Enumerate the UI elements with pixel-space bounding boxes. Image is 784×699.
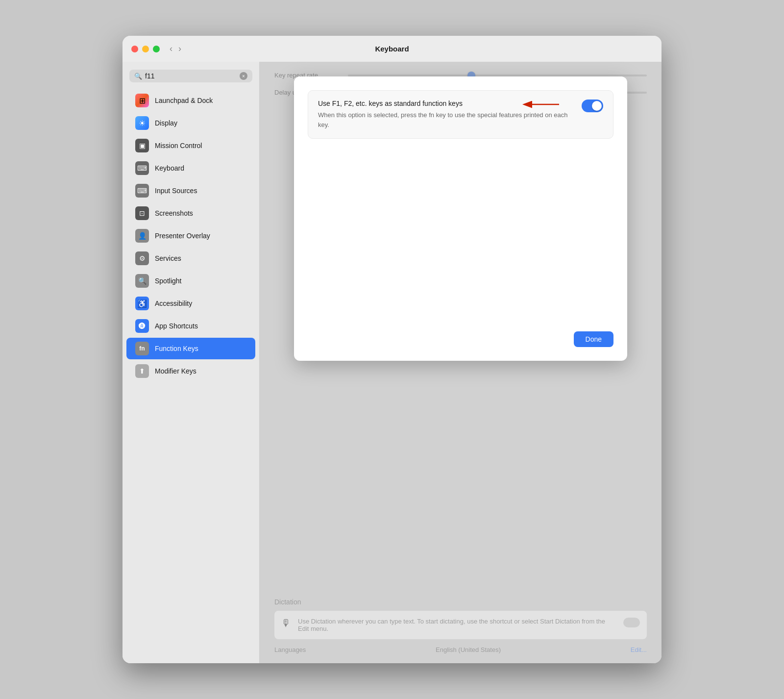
sidebar-label-services: Services: [155, 254, 181, 262]
sidebar-item-keyboard[interactable]: ⌨ Keyboard: [126, 157, 255, 179]
nav-arrows: ‹ ›: [168, 43, 183, 55]
sidebar-item-spotlight[interactable]: 🔍 Spotlight: [126, 270, 255, 292]
dictation-toggle[interactable]: [623, 618, 640, 627]
input-sources-icon: ⌨: [135, 184, 149, 198]
minimize-button[interactable]: [142, 46, 149, 52]
sidebar-item-display[interactable]: ☀ Display: [126, 112, 255, 134]
languages-row: Languages English (United States) Edit..…: [274, 646, 647, 653]
function-keys-icon: fn: [135, 342, 149, 355]
sidebar-label-accessibility: Accessibility: [155, 300, 192, 307]
microphone-icon: 🎙: [281, 618, 291, 629]
keyboard-icon: ⌨: [135, 161, 149, 175]
sidebar-label-presenter: Presenter Overlay: [155, 232, 210, 240]
title-bar: ‹ › Keyboard: [122, 36, 662, 62]
modifier-keys-icon: ⬆: [135, 364, 149, 378]
sidebar-item-mission-control[interactable]: ▣ Mission Control: [126, 135, 255, 156]
function-key-title: Use F1, F2, etc. keys as standard functi…: [318, 100, 572, 107]
toggle-container: [582, 100, 603, 112]
modal-spacer: [308, 139, 613, 322]
sidebar-item-screenshots[interactable]: ⊡ Screenshots: [126, 202, 255, 224]
modal-footer: Done: [308, 322, 613, 347]
search-bar: 🔍 f11 ×: [129, 70, 252, 82]
function-keys-toggle[interactable]: [582, 100, 603, 112]
sidebar-item-input-sources[interactable]: ⌨ Input Sources: [126, 180, 255, 201]
function-key-setting-row: Use F1, F2, etc. keys as standard functi…: [308, 90, 613, 139]
dictation-desc: Use Dictation wherever you can type text…: [298, 618, 616, 632]
sidebar-label-appshortcuts: App Shortcuts: [155, 322, 198, 330]
forward-button[interactable]: ›: [176, 43, 183, 55]
sidebar: 🔍 f11 × ⊞ Launchpad & Dock ☀ Display ▣: [122, 62, 260, 663]
sidebar-label-input: Input Sources: [155, 187, 197, 195]
window-title: Keyboard: [375, 45, 409, 53]
sidebar-item-accessibility[interactable]: ♿ Accessibility: [126, 293, 255, 314]
mission-control-icon: ▣: [135, 139, 149, 152]
close-button[interactable]: [131, 46, 138, 52]
sidebar-item-app-shortcuts[interactable]: 🅐 App Shortcuts: [126, 315, 255, 337]
done-button[interactable]: Done: [574, 331, 613, 347]
toggle-knob: [592, 101, 602, 111]
display-icon: ☀: [135, 116, 149, 130]
sidebar-item-presenter[interactable]: 👤 Presenter Overlay: [126, 225, 255, 247]
services-icon: ⚙: [135, 251, 149, 265]
search-clear-button[interactable]: ×: [240, 72, 247, 80]
languages-value: English (United States): [436, 646, 501, 653]
sidebar-label-keyboard: Keyboard: [155, 164, 184, 172]
sidebar-item-function-keys[interactable]: fn Function Keys: [126, 338, 255, 359]
sidebar-item-modifier-keys[interactable]: ⬆ Modifier Keys: [126, 360, 255, 382]
sidebar-label-modifierkeys: Modifier Keys: [155, 367, 196, 375]
sidebar-label-screenshots: Screenshots: [155, 209, 193, 217]
dictation-label: Dictation: [274, 598, 647, 606]
sidebar-label-launchpad: Launchpad & Dock: [155, 97, 213, 104]
spotlight-icon: 🔍: [135, 274, 149, 288]
back-button[interactable]: ‹: [168, 43, 174, 55]
function-key-desc: When this option is selected, press the …: [318, 110, 572, 129]
sidebar-item-services[interactable]: ⚙ Services: [126, 248, 255, 269]
dictation-row: 🎙 Use Dictation wherever you can type te…: [274, 611, 647, 639]
sidebar-label-display: Display: [155, 119, 177, 127]
edit-button[interactable]: Edit...: [631, 646, 647, 653]
search-icon: 🔍: [134, 73, 142, 80]
system-preferences-window: ‹ › Keyboard 🔍 f11 × ⊞ Launchpad & Dock …: [122, 36, 662, 663]
presenter-icon: 👤: [135, 229, 149, 243]
screenshots-icon: ⊡: [135, 206, 149, 220]
languages-label: Languages: [274, 646, 306, 653]
sidebar-item-launchpad[interactable]: ⊞ Launchpad & Dock: [126, 90, 255, 111]
modal-dialog: Use F1, F2, etc. keys as standard functi…: [294, 76, 627, 361]
right-panel: Key repeat rate Delay until repeat: [260, 62, 662, 663]
sidebar-label-spotlight: Spotlight: [155, 277, 181, 285]
sidebar-label-functionkeys: Function Keys: [155, 345, 198, 352]
launchpad-icon: ⊞: [135, 94, 149, 107]
main-content: 🔍 f11 × ⊞ Launchpad & Dock ☀ Display ▣: [122, 62, 662, 663]
maximize-button[interactable]: [153, 46, 160, 52]
sidebar-label-mission: Mission Control: [155, 142, 202, 150]
window-controls: [131, 46, 160, 52]
search-input[interactable]: f11: [145, 72, 237, 80]
function-key-text-block: Use F1, F2, etc. keys as standard functi…: [318, 100, 572, 129]
bottom-bg-area: Dictation 🎙 Use Dictation wherever you c…: [260, 588, 662, 663]
modal-overlay: Use F1, F2, etc. keys as standard functi…: [260, 62, 662, 663]
accessibility-icon: ♿: [135, 297, 149, 310]
app-shortcuts-icon: 🅐: [135, 319, 149, 333]
